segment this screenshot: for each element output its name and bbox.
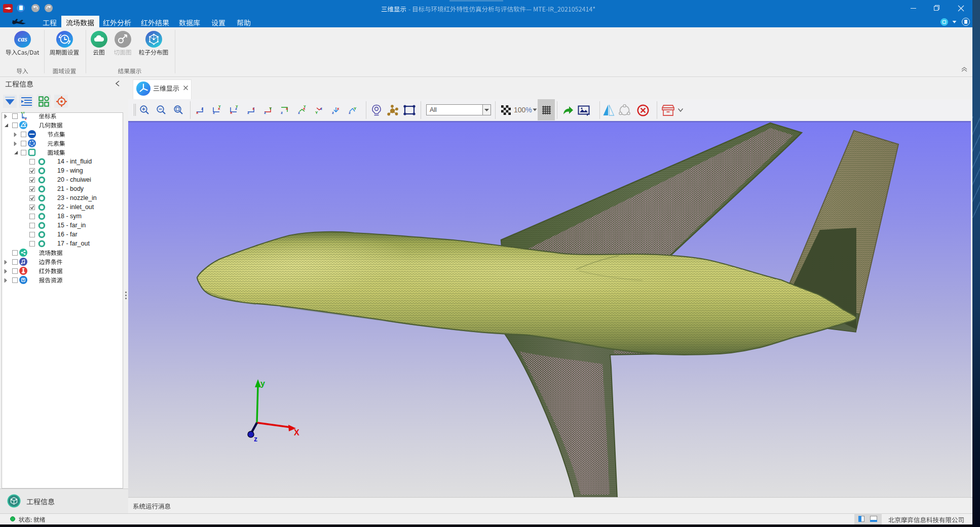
svg-text:y: y	[260, 379, 265, 388]
svg-text:x: x	[230, 110, 233, 115]
svg-text:Y: Y	[315, 110, 318, 115]
svg-text:x: x	[337, 106, 340, 111]
svg-text:z: z	[201, 106, 203, 111]
svg-text:z: z	[298, 110, 300, 115]
svg-text:z: z	[320, 106, 322, 111]
svg-text:z: z	[332, 110, 334, 115]
svg-text:X: X	[294, 428, 299, 437]
svg-text:z: z	[264, 110, 266, 115]
svg-text:Y: Y	[354, 106, 357, 111]
svg-text:x: x	[252, 106, 255, 111]
svg-text:x: x	[196, 110, 199, 115]
svg-text:Y: Y	[23, 112, 25, 114]
svg-text:z: z	[349, 110, 351, 115]
svg-text:z: z	[213, 110, 215, 115]
svg-text:Y: Y	[304, 105, 306, 108]
svg-text:z: z	[254, 435, 257, 443]
svg-text:cas: cas	[18, 35, 27, 43]
svg-text:Y: Y	[218, 105, 221, 108]
svg-text:Y: Y	[269, 106, 272, 111]
svg-text:Y: Y	[236, 105, 238, 108]
svg-text:x: x	[286, 106, 288, 111]
svg-text:z: z	[23, 115, 24, 118]
svg-text:z: z	[281, 110, 283, 115]
svg-text:z: z	[247, 110, 249, 115]
